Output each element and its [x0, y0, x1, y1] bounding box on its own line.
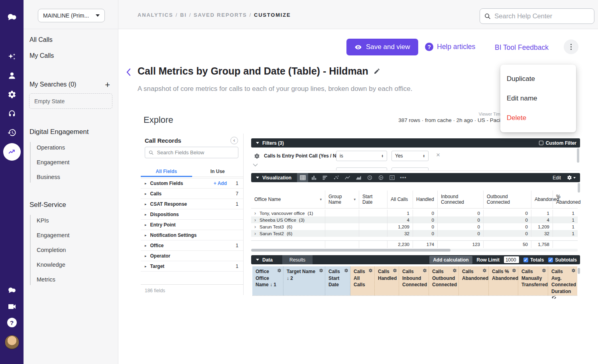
- sidebar-item-all-calls[interactable]: All Calls: [30, 36, 53, 43]
- collapse-triangle-icon[interactable]: [256, 177, 259, 179]
- history-icon[interactable]: [7, 128, 16, 137]
- data-col-calls-abandoned[interactable]: Calls Abandoned: [459, 266, 489, 295]
- data-col-calls-inbound-connected[interactable]: Calls Inbound Connected: [399, 266, 429, 295]
- data-bar[interactable]: Data Results Add calculation Row Limit T…: [251, 255, 580, 264]
- workspace-selector[interactable]: MAINLINE (Prim...: [38, 9, 105, 22]
- expand-row-icon[interactable]: ›: [254, 231, 256, 236]
- save-and-view-button[interactable]: Save and view: [346, 39, 418, 55]
- dialpad-icon[interactable]: [7, 285, 17, 295]
- single-value-icon[interactable]: 6: [386, 173, 397, 182]
- field-search-input[interactable]: [157, 150, 234, 155]
- menu-item-delete[interactable]: Delete: [500, 114, 576, 122]
- data-col-calls-all-calls[interactable]: Calls All Calls: [350, 266, 375, 295]
- subtotals-checkbox-checked[interactable]: [548, 258, 553, 262]
- gear-icon[interactable]: [512, 268, 516, 273]
- col-outbound-connected[interactable]: Outbound Connected: [483, 191, 531, 208]
- col-inbound-connected[interactable]: Inbound Connected: [437, 191, 483, 208]
- field-group-entry-point[interactable]: ▸ Entry Point: [141, 220, 243, 230]
- gear-icon[interactable]: [368, 268, 373, 273]
- line-chart-icon[interactable]: [342, 173, 353, 182]
- video-meetings-icon[interactable]: [7, 302, 17, 311]
- settings-gear-icon[interactable]: [8, 90, 16, 99]
- custom-filter-checkbox[interactable]: [539, 141, 543, 145]
- col-pct-abandoned[interactable]: % Abandoned: [553, 191, 578, 208]
- filters-bar[interactable]: Filters (3) Custom Filter: [251, 138, 580, 148]
- field-group-notification-settings[interactable]: ▸ Notification Settings: [141, 230, 243, 240]
- gear-icon[interactable]: [542, 268, 546, 273]
- data-col-calls-pct-abandoned[interactable]: Calls % Abandoned: [489, 266, 518, 295]
- edit-pencil-icon[interactable]: [374, 68, 380, 75]
- col-group-name[interactable]: Group Name▾: [325, 191, 359, 208]
- row-limit-input[interactable]: [504, 256, 519, 263]
- expand-caret-icon[interactable]: ▸: [145, 244, 147, 248]
- sidebar-item-knowledge[interactable]: Knowledge: [37, 262, 69, 268]
- data-col-calls-manually-transferred[interactable]: Calls Manually Transferred: [518, 266, 548, 295]
- data-col-calls-outbound-connected[interactable]: Calls Outbound Connected: [429, 266, 459, 295]
- area-chart-icon[interactable]: [353, 173, 364, 182]
- visualization-bar[interactable]: Visualization: [251, 173, 580, 182]
- vertical-scrollbar[interactable]: [578, 183, 580, 193]
- table-row[interactable]: ›Sarun Test2(6) 32 0 0 0 32 1: [251, 230, 578, 237]
- data-col-calls-start-date[interactable]: Calls Start Date: [325, 266, 350, 295]
- sidebar-item-my-calls[interactable]: My Calls: [30, 52, 54, 59]
- field-group-office[interactable]: ▸ Office 1: [141, 240, 243, 251]
- dialpad-logo-icon[interactable]: [7, 12, 17, 22]
- field-group-dispositions[interactable]: ▸ Dispositions: [141, 209, 243, 220]
- help-center-search-input[interactable]: [494, 12, 590, 20]
- tab-in-use[interactable]: In Use: [192, 166, 244, 177]
- collapse-panel-button[interactable]: ‹: [230, 137, 238, 144]
- col-abandoned[interactable]: Abandoned: [531, 191, 553, 208]
- ai-sparkles-icon[interactable]: [7, 52, 17, 62]
- sidebar-item-metrics[interactable]: Metrics: [37, 276, 69, 283]
- sidebar-item-operations[interactable]: Operations: [37, 144, 69, 151]
- expand-caret-icon[interactable]: ▸: [145, 254, 147, 258]
- timeline-clock-icon[interactable]: [364, 173, 375, 182]
- gear-icon[interactable]: [393, 268, 397, 273]
- filter2-value-select[interactable]: [391, 167, 429, 171]
- gear-icon[interactable]: [344, 268, 348, 273]
- filter2-operator-select[interactable]: [336, 167, 387, 171]
- filter-value-select[interactable]: Yes ▲▼: [391, 151, 429, 161]
- support-headset-icon[interactable]: [8, 109, 16, 118]
- more-chart-types-icon[interactable]: •••: [397, 175, 407, 181]
- gear-icon[interactable]: [423, 268, 427, 273]
- breadcrumb-analytics[interactable]: ANALYTICS: [138, 12, 173, 18]
- filter-operator-select[interactable]: is ▲▼: [336, 151, 387, 161]
- expand-row-icon[interactable]: ›: [254, 217, 256, 223]
- expand-caret-icon[interactable]: ▸: [145, 223, 147, 227]
- help-icon[interactable]: ?: [7, 318, 17, 327]
- contacts-icon[interactable]: [7, 71, 16, 80]
- breadcrumb-saved-reports[interactable]: SAVED REPORTS: [194, 12, 247, 18]
- tab-all-fields[interactable]: All Fields: [141, 166, 192, 177]
- expand-caret-icon[interactable]: ▸: [145, 233, 147, 237]
- col-office-name[interactable]: Office Name▾: [251, 191, 325, 208]
- field-group-custom-fields[interactable]: ▸ Custom Fields + Add 1: [141, 178, 243, 189]
- add-custom-field-button[interactable]: + Add: [214, 181, 227, 186]
- help-center-search[interactable]: [480, 8, 594, 24]
- gear-icon[interactable]: [277, 268, 281, 273]
- viz-edit-button[interactable]: Edit: [553, 175, 561, 181]
- vertical-scrollbar[interactable]: [578, 268, 580, 274]
- gear-icon[interactable]: [482, 268, 487, 273]
- help-articles-link[interactable]: ? Help articles: [425, 43, 475, 51]
- table-chart-icon[interactable]: [297, 173, 308, 182]
- scatter-chart-icon[interactable]: [330, 173, 342, 182]
- sidebar-item-engagement-ss[interactable]: Engagement: [37, 232, 69, 238]
- data-col-calls-avg-connected-duration[interactable]: Calls Avg. Connected Duration: [548, 266, 577, 295]
- remove-filter-button[interactable]: ×: [436, 152, 440, 158]
- chevron-down-icon[interactable]: ▾: [320, 197, 322, 201]
- col-handled[interactable]: Handled: [413, 191, 437, 208]
- data-col-target-name[interactable]: Target Name ↓ 2: [283, 266, 325, 295]
- expand-caret-icon[interactable]: ▸: [145, 212, 147, 216]
- sidebar-item-completion[interactable]: Completion: [37, 247, 69, 253]
- sidebar-item-engagement[interactable]: Engagement: [37, 159, 69, 165]
- menu-item-edit-name[interactable]: Edit name: [500, 94, 576, 102]
- sidebar-item-business[interactable]: Business: [37, 174, 69, 180]
- menu-item-duplicate[interactable]: Duplicate: [500, 75, 576, 83]
- col-all-calls[interactable]: All Calls: [387, 191, 413, 208]
- totals-toggle[interactable]: Totals: [523, 257, 544, 263]
- expand-caret-icon[interactable]: ▸: [145, 181, 147, 185]
- field-group-operator[interactable]: ▸ Operator: [141, 251, 243, 261]
- chevron-down-icon[interactable]: [253, 163, 258, 167]
- table-row[interactable]: ›Sheeba US Office(3) 4 0 0 0 4 1: [251, 216, 578, 223]
